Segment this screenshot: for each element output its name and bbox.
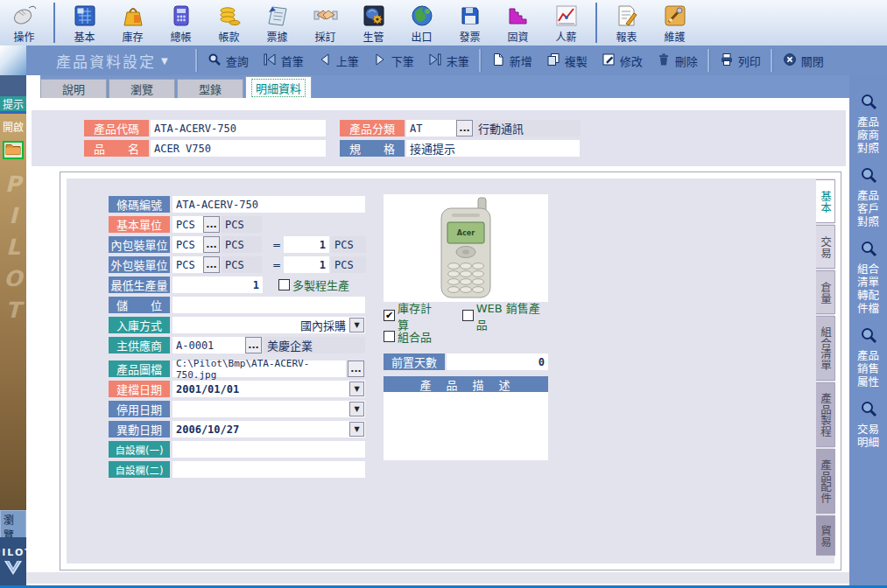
toolbar-item-ledger[interactable]: 總帳 <box>157 2 205 44</box>
product-category-input[interactable]: AT <box>406 120 456 136</box>
toolbar-item-inventory[interactable]: 庫存 <box>109 2 157 44</box>
line-chart-icon <box>554 4 579 32</box>
toolbar-item-basic[interactable]: 基本 <box>60 2 109 44</box>
outer-pack-qty-input[interactable]: 1 <box>284 256 329 273</box>
dropdown-arrow-icon[interactable]: ▼ <box>349 422 364 437</box>
inner-tab-transaction[interactable]: 交易 <box>816 225 835 269</box>
open-folder-button[interactable] <box>3 141 24 159</box>
stock-in-method-select[interactable]: 國內採購 ▼ <box>172 317 365 333</box>
print-button[interactable]: 列印 <box>713 50 768 72</box>
toolbar-label: 固資 <box>507 32 528 44</box>
product-name-input[interactable]: ACER V750 <box>151 140 326 157</box>
dropdown-arrow-icon[interactable]: ▼ <box>349 318 364 332</box>
inner-pack-qty-input[interactable]: 1 <box>284 236 329 253</box>
storage-input[interactable] <box>172 297 365 313</box>
left-sidebar-spacer <box>0 75 26 96</box>
bag-icon <box>121 4 145 32</box>
create-date-picker[interactable]: 2001/01/01 ▼ <box>172 381 365 397</box>
barcode-input[interactable]: ATA-ACERV-750 <box>172 196 365 213</box>
toolbar-label: 帳款 <box>218 32 239 44</box>
edit-button[interactable]: 修改 <box>595 50 650 72</box>
product-image-path-input[interactable]: C:\Pilot\Bmp\ATA-ACERV-750.jpg <box>172 360 346 377</box>
nav-transaction-detail[interactable]: 交易明細 <box>855 400 882 449</box>
custom-field1-input[interactable] <box>172 441 365 458</box>
nav-product-sales-attrs[interactable]: 產品銷售屬性 <box>855 326 882 388</box>
inner-tab-basic[interactable]: 基本 <box>816 179 835 223</box>
main-supplier-lookup-button[interactable]: ... <box>245 337 262 354</box>
tab-detail-data[interactable]: 明細資料 <box>245 76 312 98</box>
disable-date-picker[interactable]: ▼ <box>172 401 365 417</box>
toolbar-item-purchase[interactable]: 採訂 <box>301 2 349 44</box>
toolbar-item-fixed-assets[interactable]: 固資 <box>494 2 542 44</box>
add-button[interactable]: 新增 <box>484 50 539 72</box>
note-icon <box>265 4 290 32</box>
web-sale-label: WEB 銷售產品 <box>476 299 548 332</box>
toolbar-item-invoice[interactable]: 發票 <box>446 2 494 44</box>
magnifier-icon <box>860 400 877 421</box>
spec-input[interactable]: 接通提示 <box>406 140 580 157</box>
close-button[interactable]: 關閉 <box>776 50 831 72</box>
button-group-separator <box>707 49 710 72</box>
inner-tab-column: 基本 交易 倉量 組合清單 產品製程 產品配件 貿易 <box>816 179 835 556</box>
inner-tab-product-accessory[interactable]: 產品配件 <box>816 449 835 514</box>
coins-icon <box>217 4 242 32</box>
dropdown-arrow-icon[interactable]: ▼ <box>349 382 364 396</box>
toolbar-item-export[interactable]: 出口 <box>398 2 446 44</box>
inner-tab-product-process[interactable]: 產品製程 <box>816 382 835 447</box>
prev-record-button[interactable]: 上筆 <box>311 50 366 72</box>
product-code-input[interactable]: ATA-ACERV-750 <box>151 120 326 136</box>
modify-date-picker[interactable]: 2006/10/27 ▼ <box>172 421 365 438</box>
main-supplier-input[interactable]: A-0001 <box>172 337 245 354</box>
open-label: 開啟 <box>3 119 24 134</box>
copy-button[interactable]: 複製 <box>539 50 595 72</box>
tab-description[interactable]: 說明 <box>40 79 107 98</box>
inner-pack-lookup-button[interactable]: ... <box>203 236 220 253</box>
hint-header[interactable]: 提示 <box>0 96 26 114</box>
first-record-button[interactable]: 首筆 <box>256 50 311 72</box>
description-textarea[interactable] <box>384 392 548 460</box>
min-production-input[interactable]: 1 <box>172 276 263 293</box>
page-title[interactable]: 產品資料設定 ▼ <box>56 50 170 72</box>
inner-tab-combo-list[interactable]: 組合清單 <box>816 316 835 381</box>
last-record-button[interactable]: 末筆 <box>421 50 476 72</box>
inner-tab-warehouse-qty[interactable]: 倉量 <box>816 270 835 314</box>
modify-date-label: 異動日期 <box>109 421 170 438</box>
combo-product-checkbox[interactable] <box>384 331 395 342</box>
lead-days-input[interactable]: 0 <box>447 354 548 370</box>
outer-pack-unit-input[interactable]: PCS <box>172 256 203 273</box>
stock-calc-checkbox[interactable]: ✔ <box>384 310 395 321</box>
nav-product-customer-map[interactable]: 產品客戶對照 <box>855 166 882 228</box>
inner-pack-unit-input[interactable]: PCS <box>172 236 203 253</box>
toolbar-item-reports[interactable]: 報表 <box>602 2 651 44</box>
nav-product-vendor-map[interactable]: 產品廠商對照 <box>855 93 882 155</box>
machine-gear-icon <box>362 4 386 32</box>
custom-field2-input[interactable] <box>172 461 365 478</box>
web-sale-checkbox[interactable] <box>462 310 474 321</box>
product-category-lookup-button[interactable]: ... <box>456 120 473 136</box>
barcode-label: 條碼編號 <box>109 196 170 213</box>
chevron-down-icon: ▼ <box>161 56 170 66</box>
base-unit-lookup-button[interactable]: ... <box>203 216 220 233</box>
multi-process-checkbox[interactable] <box>278 279 290 290</box>
inner-tab-trade[interactable]: 貿易 <box>816 515 835 556</box>
toolbar-item-accounts[interactable]: 帳款 <box>205 2 253 44</box>
toolbar-item-notes[interactable]: 票據 <box>253 2 301 44</box>
delete-button[interactable]: 刪除 <box>650 50 705 72</box>
toolbar-item-maintenance[interactable]: 維護 <box>651 2 699 44</box>
next-record-button[interactable]: 下筆 <box>366 50 421 72</box>
outer-pack-lookup-button[interactable]: ... <box>203 256 220 273</box>
toolbar-label: 維護 <box>664 32 685 44</box>
toolbar-item-production[interactable]: 生管 <box>349 2 398 44</box>
tab-browse[interactable]: 瀏覽 <box>109 79 175 98</box>
base-unit-input[interactable]: PCS <box>172 216 203 233</box>
tab-catalog[interactable]: 型錄 <box>177 79 243 98</box>
nav-combo-to-accessory[interactable]: 組合清單轉配件檔 <box>855 240 882 315</box>
spec-label: 規 格 <box>340 140 405 157</box>
search-icon <box>208 52 222 69</box>
query-button[interactable]: 查詢 <box>201 50 256 72</box>
toolbar-label: 庫存 <box>122 32 143 44</box>
toolbar-item-operate[interactable]: 操作 <box>0 2 48 44</box>
dropdown-arrow-icon[interactable]: ▼ <box>349 402 364 416</box>
toolbar-item-payroll[interactable]: 人薪 <box>542 2 590 44</box>
product-image-browse-button[interactable]: ... <box>348 360 364 377</box>
